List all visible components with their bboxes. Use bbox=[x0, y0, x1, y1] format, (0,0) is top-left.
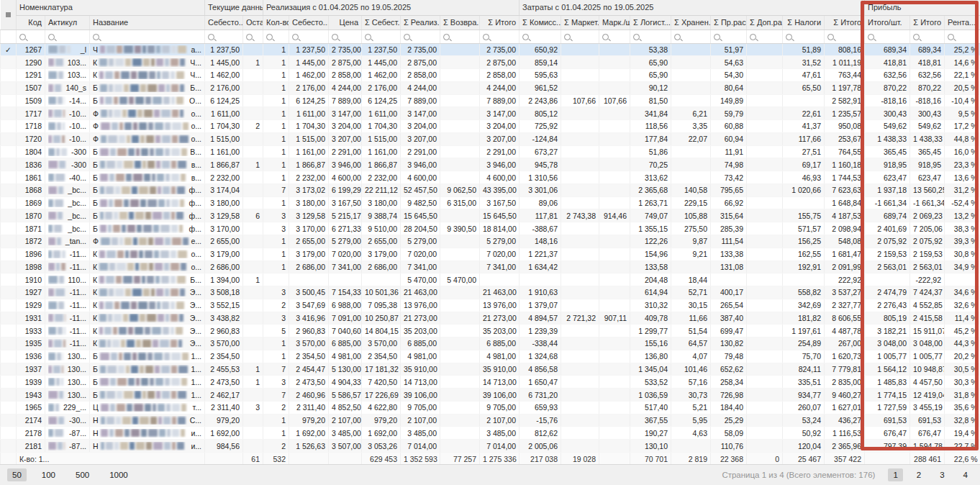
page-number-1[interactable]: 1 bbox=[888, 468, 902, 481]
column-header-code[interactable]: Код bbox=[17, 15, 45, 30]
column-header-profitability[interactable]: Рента... bbox=[945, 15, 980, 30]
page-number-3[interactable]: 3 bbox=[935, 468, 949, 481]
row-checkbox[interactable] bbox=[1, 350, 17, 363]
table-row[interactable]: 2174-30...НС...979,201979,202 107,00979,… bbox=[1, 414, 980, 427]
table-row[interactable]: 2178-87...Ни...1 692,0011 692,003 485,00… bbox=[1, 427, 980, 440]
filter-input-qty[interactable] bbox=[263, 30, 289, 43]
column-header-sum_costs_total[interactable]: Σ Итого bbox=[825, 15, 865, 30]
filter-input-sum_storage[interactable] bbox=[671, 30, 711, 43]
row-checkbox[interactable] bbox=[1, 401, 17, 414]
table-row[interactable]: 1804-300БВ...1 161,0011 161,002 291,001 … bbox=[1, 145, 980, 158]
filter-input-profit_per_unit[interactable] bbox=[865, 30, 910, 43]
column-header-sum_other[interactable]: Σ Пр.расх... bbox=[711, 15, 747, 30]
row-checkbox[interactable] bbox=[1, 209, 17, 222]
row-checkbox[interactable] bbox=[1, 440, 17, 453]
row-checkbox[interactable] bbox=[1, 222, 17, 235]
row-checkbox[interactable] bbox=[1, 56, 17, 69]
filter-input-sum_additional[interactable] bbox=[747, 30, 783, 43]
table-row[interactable]: 1509-14...БО...6 124,2516 124,257 889,00… bbox=[1, 94, 980, 107]
column-header-cost[interactable]: Себесто... bbox=[289, 15, 329, 30]
table-row[interactable]: 1931-11...КЭ...3 438,8233 416,967 091,00… bbox=[1, 312, 980, 325]
page-number-4[interactable]: 4 bbox=[958, 468, 973, 481]
page-size-50[interactable]: 50 bbox=[7, 468, 27, 481]
filter-input-sum_returns[interactable] bbox=[440, 30, 480, 43]
table-row[interactable]: 1720-10...Фо...1 515,0011 515,003 207,00… bbox=[1, 132, 980, 145]
filter-input-cost[interactable] bbox=[289, 30, 329, 43]
row-checkbox[interactable] bbox=[1, 325, 17, 337]
table-row[interactable]: 1717-10...Фо...1 611,0011 611,003 147,00… bbox=[1, 107, 980, 120]
row-checkbox[interactable] bbox=[1, 363, 17, 376]
filter-input-remainder[interactable] bbox=[243, 30, 263, 43]
filter-input-sum_logistics[interactable] bbox=[630, 30, 671, 43]
table-row[interactable]: 1935-11...КЭ...3 570,0013 570,006 885,00… bbox=[1, 337, 980, 350]
row-checkbox[interactable]: ✓ bbox=[1, 43, 17, 56]
filter-input-sum_marketing[interactable] bbox=[561, 30, 599, 43]
row-checkbox[interactable] bbox=[1, 376, 17, 389]
table-row[interactable]: 1718-10...Фо...1 704,30211 704,303 204,0… bbox=[1, 120, 980, 133]
column-header-sum_logistics[interactable]: Σ Логист... bbox=[630, 15, 671, 30]
page-size-1000[interactable]: 1000 bbox=[104, 468, 133, 481]
row-checkbox[interactable] bbox=[1, 299, 17, 312]
row-checkbox[interactable] bbox=[1, 132, 17, 145]
column-header-profit_per_unit[interactable]: Итого/шт. bbox=[865, 15, 910, 30]
column-header-cost_current[interactable]: Себесто... bbox=[205, 15, 243, 30]
column-header-qty[interactable]: Кол-во bbox=[263, 15, 289, 30]
column-header-sum_commission[interactable]: Σ Комисс... bbox=[520, 15, 561, 30]
filter-input-cost_current[interactable] bbox=[205, 30, 243, 43]
filter-input-price[interactable] bbox=[329, 30, 362, 43]
row-checkbox[interactable] bbox=[1, 94, 17, 107]
filter-input-profitability[interactable] bbox=[945, 30, 980, 43]
row-checkbox[interactable] bbox=[1, 145, 17, 158]
filter-input-sum_total[interactable] bbox=[480, 30, 520, 43]
row-checkbox[interactable] bbox=[1, 120, 17, 133]
row-checkbox[interactable] bbox=[1, 183, 17, 196]
column-header-profit_total[interactable]: Σ Итого bbox=[910, 15, 945, 30]
table-row[interactable]: 1871_bc...Бф...3 170,0033 170,006 271,33… bbox=[1, 222, 980, 235]
row-checkbox[interactable] bbox=[1, 69, 17, 82]
column-header-sum_additional[interactable]: Σ Доп.ра... bbox=[747, 15, 783, 30]
filter-input-sum_costs_total[interactable] bbox=[825, 30, 865, 43]
column-header-sum_marketing[interactable]: Σ Маркет... bbox=[561, 15, 599, 30]
filter-input-sum_cost[interactable] bbox=[362, 30, 401, 43]
table-row[interactable]: 1939130...Б1...2 473,50132 473,504 904,3… bbox=[1, 376, 980, 389]
table-row[interactable]: ✓1267_lЧа...1 237,5011 237,502 735,001 2… bbox=[1, 43, 980, 56]
table-row[interactable]: 1927-11...КЭ...3 508,1833 500,457 154,33… bbox=[1, 286, 980, 299]
filter-input-sum_other[interactable] bbox=[711, 30, 747, 43]
row-checkbox[interactable] bbox=[1, 158, 17, 171]
row-checkbox[interactable] bbox=[1, 312, 17, 325]
row-checkbox[interactable] bbox=[1, 260, 17, 273]
table-row[interactable]: 1929-11...КЭ...3 552,1523 547,696 988,00… bbox=[1, 299, 980, 312]
table-row[interactable]: 1898-11...Ко...2 686,0012 686,007 341,00… bbox=[1, 260, 980, 273]
table-row[interactable]: 1933-11...КЭ...2 960,8352 960,837 040,60… bbox=[1, 325, 980, 337]
page-size-500[interactable]: 500 bbox=[71, 468, 94, 481]
row-checkbox[interactable] bbox=[1, 248, 17, 260]
filter-input-sum_sales[interactable] bbox=[401, 30, 440, 43]
column-header-price[interactable]: Цена bbox=[329, 15, 362, 30]
select-all-checkbox[interactable] bbox=[1, 0, 17, 30]
column-header-name[interactable]: Название bbox=[90, 15, 205, 30]
column-header-sum_total[interactable]: Σ Итого bbox=[480, 15, 520, 30]
row-checkbox[interactable] bbox=[1, 273, 17, 286]
filter-input-sum_commission[interactable] bbox=[520, 30, 561, 43]
page-number-2[interactable]: 2 bbox=[912, 468, 926, 481]
column-header-remainder[interactable]: Оста... bbox=[243, 15, 263, 30]
row-checkbox[interactable] bbox=[1, 286, 17, 299]
column-header-sum_returns[interactable]: Σ Возвра... bbox=[440, 15, 480, 30]
row-checkbox[interactable] bbox=[1, 427, 17, 440]
column-header-sum_cost[interactable]: Σ Себест... bbox=[362, 15, 401, 30]
table-row[interactable]: 1896-11...Ко...3 179,0013 179,007 020,00… bbox=[1, 248, 980, 260]
row-checkbox[interactable] bbox=[1, 196, 17, 209]
column-header-artikul[interactable]: Актикул bbox=[45, 15, 90, 30]
row-checkbox[interactable] bbox=[1, 81, 17, 94]
table-row[interactable]: 1291103...КЧ...1 462,0011 462,002 858,00… bbox=[1, 69, 980, 82]
table-row[interactable]: 1872_tan...Фе...2 655,0012 655,005 279,0… bbox=[1, 235, 980, 248]
table-row[interactable]: 1936130...Б1...2 354,5012 354,504 981,00… bbox=[1, 350, 980, 363]
row-checkbox[interactable] bbox=[1, 337, 17, 350]
filter-input-profit_total[interactable] bbox=[910, 30, 945, 43]
table-row[interactable]: 2181-87...Ни...984,5621 526,633 507,003 … bbox=[1, 440, 980, 453]
table-row[interactable]: 1937130...Б1...2 455,53172 454,475 130,0… bbox=[1, 363, 980, 376]
row-checkbox[interactable] bbox=[1, 389, 17, 402]
table-row[interactable]: 1836-300Бв...1 866,87111 866,873 946,001… bbox=[1, 158, 980, 171]
page-size-100[interactable]: 100 bbox=[37, 468, 60, 481]
filter-input-name[interactable] bbox=[90, 30, 205, 43]
